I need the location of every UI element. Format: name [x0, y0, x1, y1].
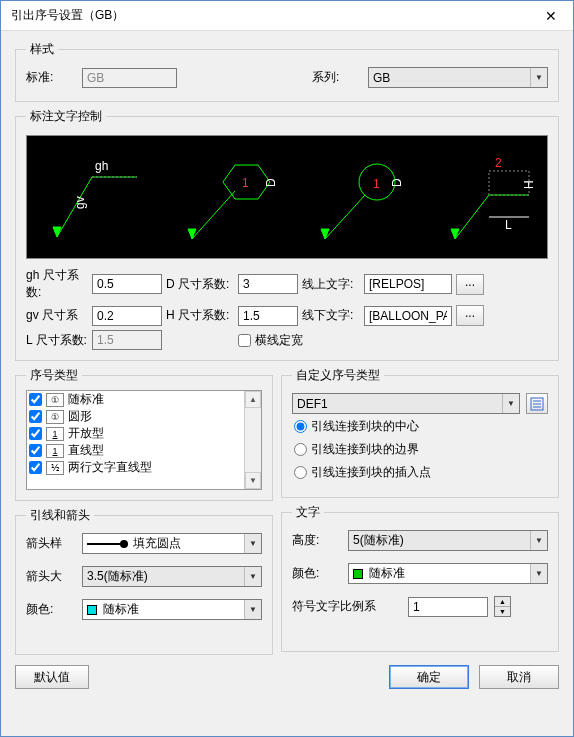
style-legend: 样式 — [26, 41, 58, 58]
seq-icon: 1 — [46, 444, 64, 458]
under-browse-button[interactable]: ... — [456, 305, 484, 326]
d-input[interactable] — [238, 274, 298, 294]
online-browse-button[interactable]: ... — [456, 274, 484, 295]
style-group: 样式 标准: 系列: GB ▼ — [15, 41, 559, 102]
seq-type-group: 序号类型 ①随标准①圆形1开放型1直线型⅟₂两行文字直线型 ▲ ▼ — [15, 367, 273, 501]
arrow-size-label: 箭头大 — [26, 568, 76, 585]
gv-label: gv 尺寸系 — [26, 307, 88, 324]
arrow-style-value: 填充圆点 — [133, 535, 181, 552]
standard-input — [82, 68, 177, 88]
radio-label: 引线连接到块的中心 — [311, 418, 419, 435]
series-combo[interactable]: GB ▼ — [368, 67, 548, 88]
h-input[interactable] — [238, 306, 298, 326]
under-input[interactable] — [364, 306, 452, 326]
list-item[interactable]: ①圆形 — [27, 408, 244, 425]
color-swatch-icon — [353, 569, 363, 579]
text-height-combo[interactable]: 5(随标准) ▼ — [348, 530, 548, 551]
spin-down-icon[interactable]: ▼ — [495, 607, 510, 616]
list-item-label: 两行文字直线型 — [68, 459, 152, 476]
list-checkbox[interactable] — [29, 427, 42, 440]
text-color-combo[interactable]: 随标准 ▼ — [348, 563, 548, 584]
spin-up-icon[interactable]: ▲ — [495, 597, 510, 607]
custom-list-button[interactable] — [526, 393, 548, 414]
list-scrollbar[interactable]: ▲ ▼ — [244, 391, 261, 489]
list-checkbox[interactable] — [29, 444, 42, 457]
list-item-label: 直线型 — [68, 442, 104, 459]
l-input — [92, 330, 162, 350]
custom-combo[interactable]: DEF1 ▼ — [292, 393, 520, 414]
arrow-size-combo[interactable]: 3.5(随标准) ▼ — [82, 566, 262, 587]
list-checkbox[interactable] — [29, 393, 42, 406]
leader-group: 引线和箭头 箭头样 填充圆点 ▼ 箭头大 3.5(随标准) ▼ — [15, 507, 273, 655]
seq-icon: 1 — [46, 427, 64, 441]
text-control-group: 标注文字控制 gh gv — [15, 108, 559, 361]
online-label: 线上文字: — [302, 276, 360, 293]
text-control-legend: 标注文字控制 — [26, 108, 106, 125]
radio-option[interactable]: 引线连接到块的中心 — [294, 418, 548, 435]
seq-icon: ① — [46, 410, 64, 424]
color-swatch-icon — [87, 605, 97, 615]
list-checkbox[interactable] — [29, 461, 42, 474]
svg-text:2: 2 — [495, 156, 502, 170]
list-item[interactable]: 1直线型 — [27, 442, 244, 459]
chevron-down-icon: ▼ — [502, 394, 519, 413]
custom-type-legend: 自定义序号类型 — [292, 367, 384, 384]
ratio-label: 符号文字比例系 — [292, 598, 402, 615]
svg-marker-12 — [321, 229, 329, 239]
svg-marker-7 — [188, 229, 196, 239]
radio-input[interactable] — [294, 443, 307, 456]
gv-input[interactable] — [92, 306, 162, 326]
list-item-label: 随标准 — [68, 391, 104, 408]
leader-color-label: 颜色: — [26, 601, 76, 618]
leader-color-value: 随标准 — [103, 601, 139, 618]
seq-icon: ① — [46, 393, 64, 407]
ok-button[interactable]: 确定 — [389, 665, 469, 689]
radio-option[interactable]: 引线连接到块的插入点 — [294, 464, 548, 481]
text-height-value: 5(随标准) — [353, 532, 404, 549]
h-label: H 尺寸系数: — [166, 307, 234, 324]
list-item[interactable]: ①随标准 — [27, 391, 244, 408]
close-icon[interactable]: ✕ — [528, 1, 573, 30]
hline-checkbox[interactable] — [238, 334, 251, 347]
leader-color-combo[interactable]: 随标准 ▼ — [82, 599, 262, 620]
list-item[interactable]: 1开放型 — [27, 425, 244, 442]
list-item-label: 圆形 — [68, 408, 92, 425]
seq-type-list[interactable]: ①随标准①圆形1开放型1直线型⅟₂两行文字直线型 ▲ ▼ — [26, 390, 262, 490]
hline-label: 横线定宽 — [255, 332, 303, 349]
svg-text:D: D — [264, 178, 278, 187]
chevron-down-icon: ▼ — [244, 600, 261, 619]
scroll-down-icon[interactable]: ▼ — [245, 472, 261, 489]
gh-label: gh 尺寸系数: — [26, 267, 88, 301]
ratio-input[interactable] — [408, 597, 488, 617]
text-color-label: 颜色: — [292, 565, 342, 582]
chevron-down-icon: ▼ — [244, 534, 261, 553]
radio-option[interactable]: 引线连接到块的边界 — [294, 441, 548, 458]
svg-text:H: H — [522, 180, 536, 189]
leader-legend: 引线和箭头 — [26, 507, 94, 524]
online-input[interactable] — [364, 274, 452, 294]
window-title: 引出序号设置（GB） — [1, 7, 528, 24]
d-label: D 尺寸系数: — [166, 276, 234, 293]
under-label: 线下文字: — [302, 307, 360, 324]
text-legend: 文字 — [292, 504, 324, 521]
scroll-up-icon[interactable]: ▲ — [245, 391, 261, 408]
l-label: L 尺寸系数: — [26, 332, 88, 349]
arrow-style-combo[interactable]: 填充圆点 ▼ — [82, 533, 262, 554]
svg-text:L: L — [505, 218, 512, 232]
svg-line-16 — [455, 195, 489, 239]
list-checkbox[interactable] — [29, 410, 42, 423]
svg-line-6 — [192, 191, 235, 239]
svg-text:D: D — [390, 178, 404, 187]
gh-input[interactable] — [92, 274, 162, 294]
series-label: 系列: — [312, 69, 362, 86]
default-button[interactable]: 默认值 — [15, 665, 89, 689]
seq-type-legend: 序号类型 — [26, 367, 82, 384]
custom-combo-value: DEF1 — [297, 397, 328, 411]
radio-input[interactable] — [294, 466, 307, 479]
svg-marker-17 — [451, 229, 459, 239]
list-item[interactable]: ⅟₂两行文字直线型 — [27, 459, 244, 476]
ratio-spinner[interactable]: ▲ ▼ — [494, 596, 511, 617]
radio-input[interactable] — [294, 420, 307, 433]
cancel-button[interactable]: 取消 — [479, 665, 559, 689]
radio-label: 引线连接到块的边界 — [311, 441, 419, 458]
